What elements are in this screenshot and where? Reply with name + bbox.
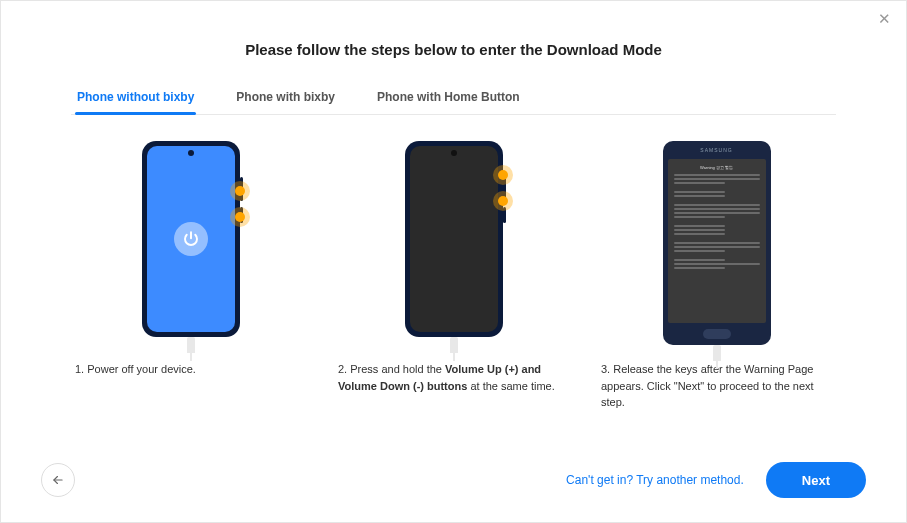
step-2: 2. Press and hold the Volume Up (+) and … — [334, 141, 573, 411]
cable-icon — [187, 337, 195, 353]
tabs: Phone without bixby Phone with bixby Pho… — [71, 82, 836, 115]
button-highlight-icon — [493, 165, 513, 185]
phone-illustration-1 — [142, 141, 240, 337]
next-button[interactable]: Next — [766, 462, 866, 498]
tab-phone-without-bixby[interactable]: Phone without bixby — [75, 82, 196, 114]
arrow-left-icon — [51, 473, 65, 487]
power-icon — [174, 222, 208, 256]
phone-illustration-3: SAMSUNG Warning 경고 警告 — [663, 141, 771, 345]
button-highlight-icon — [493, 191, 513, 211]
back-button[interactable] — [41, 463, 75, 497]
main-container: Please follow the steps below to enter t… — [1, 1, 906, 411]
tab-phone-with-home-button[interactable]: Phone with Home Button — [375, 82, 522, 114]
cable-icon — [713, 345, 721, 361]
step-1-caption: 1. Power off your device. — [71, 361, 310, 378]
step-1-illustration — [71, 141, 310, 361]
page-title: Please follow the steps below to enter t… — [71, 41, 836, 58]
step-2-illustration — [334, 141, 573, 361]
step-1: 1. Power off your device. — [71, 141, 310, 411]
try-another-method-link[interactable]: Can't get in? Try another method. — [566, 473, 744, 487]
footer: Can't get in? Try another method. Next — [1, 462, 906, 498]
cable-icon — [450, 337, 458, 353]
step-2-caption: 2. Press and hold the Volume Up (+) and … — [334, 361, 573, 394]
button-highlight-icon — [230, 207, 250, 227]
warning-title: Warning 경고 警告 — [674, 165, 760, 171]
button-highlight-icon — [230, 181, 250, 201]
steps-row: 1. Power off your device. 2. Press and h… — [71, 141, 836, 411]
step-3-illustration: SAMSUNG Warning 경고 警告 — [597, 141, 836, 361]
phone-brand-label: SAMSUNG — [663, 147, 771, 153]
phone-illustration-2 — [405, 141, 503, 337]
step-3: SAMSUNG Warning 경고 警告 — [597, 141, 836, 411]
home-button-icon — [703, 329, 731, 339]
close-button[interactable]: ✕ — [876, 11, 892, 27]
tab-phone-with-bixby[interactable]: Phone with bixby — [234, 82, 337, 114]
